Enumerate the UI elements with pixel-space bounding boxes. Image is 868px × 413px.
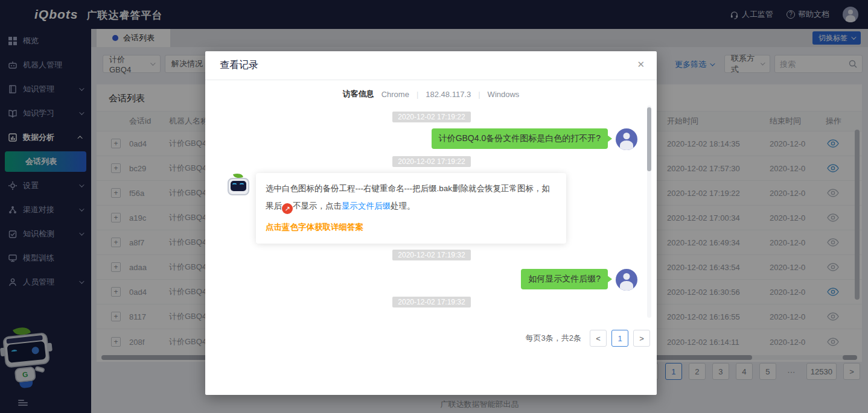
close-icon[interactable]: ✕: [637, 59, 645, 70]
chat-scrollbar: [647, 106, 651, 318]
show-file-extension-link[interactable]: 显示文件后缀: [342, 201, 391, 210]
view-record-modal: 查看记录 ✕ 访客信息 Chrome | 182.48.117.3 | Wind…: [205, 51, 657, 395]
visitor-os: Windows: [488, 90, 520, 99]
timestamp-badge: 2020-12-02 17:19:32: [392, 297, 470, 307]
visitor-info: 访客信息 Chrome | 182.48.117.3 | Windows: [205, 89, 657, 99]
timestamp-badge: 2020-12-02 17:19:22: [392, 156, 470, 167]
timestamp-badge: 2020-12-02 17:19:22: [392, 112, 470, 122]
modal-prev-page-button[interactable]: <: [590, 330, 607, 347]
user-message-bubble: 计价GBQ4.0备份文件图标是白色的打不开?: [432, 128, 608, 149]
chat-scrollbar-thumb[interactable]: [647, 107, 651, 171]
redirect-arrow-icon: ↗: [282, 203, 293, 214]
modal-header: 查看记录 ✕: [205, 51, 657, 80]
user-message-row: 计价GBQ4.0备份文件图标是白色的打不开?: [226, 128, 637, 150]
chat-history: 2020-12-02 17:19:22 计价GBQ4.0备份文件图标是白色的打不…: [205, 104, 657, 323]
bot-note: 点击蓝色字体获取详细答案: [266, 218, 557, 236]
visitor-ip: 182.48.117.3: [426, 90, 471, 99]
modal-title: 查看记录: [220, 59, 258, 72]
visitor-label: 访客信息: [343, 89, 374, 99]
modal-page-button-1[interactable]: 1: [611, 330, 628, 347]
visitor-browser: Chrome: [381, 90, 409, 99]
screen: iQbots 广联达睿答平台 人工监管 ? 帮助文档 概览 机器人管理 知: [0, 0, 868, 413]
modal-next-page-button[interactable]: >: [633, 330, 650, 347]
visitor-avatar: [616, 269, 637, 291]
user-message-row: 如何显示文件后缀?: [226, 269, 637, 291]
visitor-avatar: [616, 128, 637, 150]
modal-pagination: 每页3条，共2条 < 1 >: [526, 330, 650, 347]
user-message-bubble: 如何显示文件后缀?: [521, 269, 608, 289]
bot-message-card: 选中白色图标的备份工程---右键重命名---把后缀.bak删除就会恢复正常图标，…: [256, 173, 566, 244]
bot-message-row: 选中白色图标的备份工程---右键重命名---把后缀.bak删除就会恢复正常图标，…: [226, 173, 637, 244]
timestamp-badge: 2020-12-02 17:19:32: [392, 250, 470, 260]
bot-avatar: [226, 173, 251, 198]
page-size-summary: 每页3条，共2条: [526, 333, 581, 344]
